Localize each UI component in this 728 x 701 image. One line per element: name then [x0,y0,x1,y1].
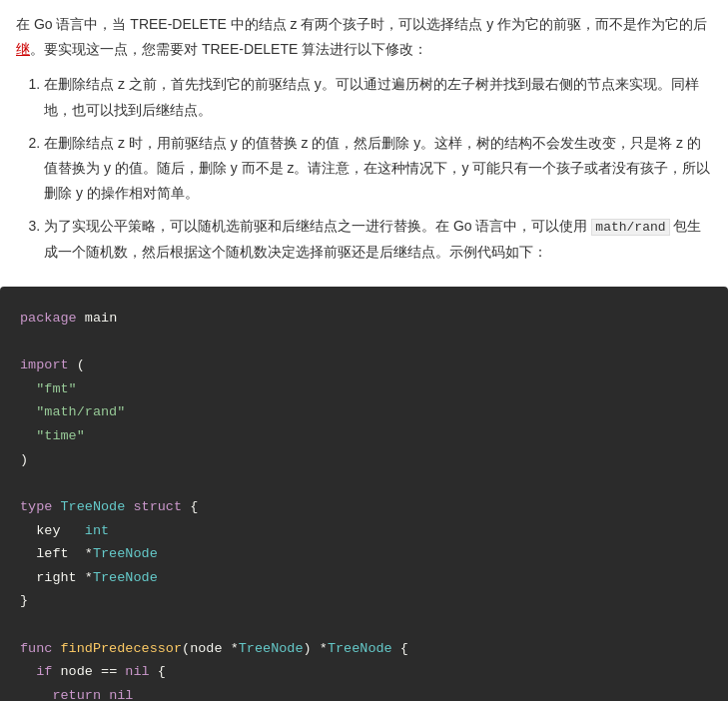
list-item-3: 为了实现公平策略，可以随机选前驱和后继结点之一进行替换。在 Go 语言中，可以使… [44,214,712,265]
list-item-1: 在删除结点 z 之前，首先找到它的前驱结点 y。可以通过遍历树的左子树并找到最右… [44,72,712,122]
code-block-wrapper: package main import ( "fmt" "math/rand" … [0,287,728,701]
intro-paragraph: 在 Go 语言中，当 TREE-DELETE 中的结点 z 有两个孩子时，可以选… [16,12,712,62]
modification-list: 在删除结点 z 之前，首先找到它的前驱结点 y。可以通过遍历树的左子树并找到最右… [44,72,712,265]
code-math-rand: math/rand [591,219,669,236]
content-area: 在 Go 语言中，当 TREE-DELETE 中的结点 z 有两个孩子时，可以选… [0,0,728,283]
code-block: package main import ( "fmt" "math/rand" … [20,307,704,701]
list-item-2: 在删除结点 z 时，用前驱结点 y 的值替换 z 的值，然后删除 y。这样，树的… [44,131,712,207]
highlight-ji: 继 [16,41,30,57]
